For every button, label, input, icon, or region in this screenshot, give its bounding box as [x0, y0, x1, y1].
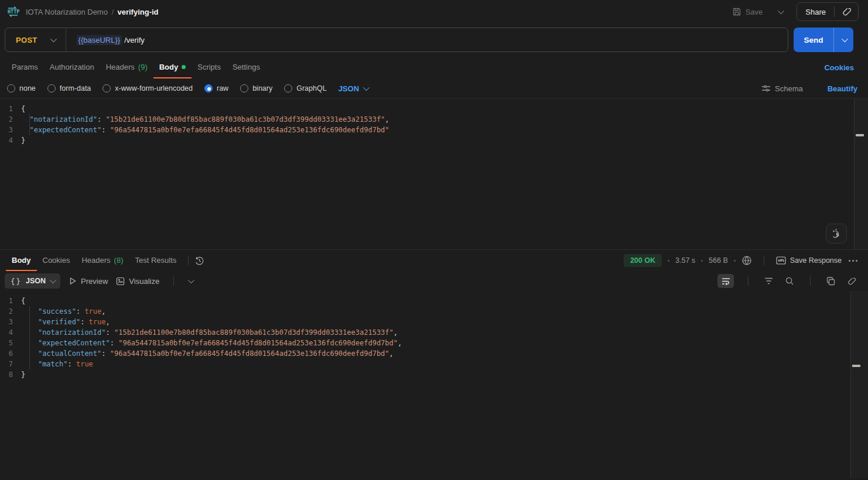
- tabs-spacer: [266, 56, 824, 78]
- radio-graphql[interactable]: GraphQL: [284, 84, 326, 92]
- filter-icon: [764, 277, 773, 284]
- radio-label: form-data: [60, 84, 91, 92]
- code-line: 8}: [0, 369, 868, 380]
- tab-scripts[interactable]: Scripts: [192, 56, 227, 78]
- code-line: 4 "notarizationId": "15b21de61100e7b80df…: [0, 327, 868, 338]
- request-editor-scrollbar[interactable]: [854, 99, 868, 249]
- line-number: 5: [0, 338, 21, 348]
- radio-circle: [204, 84, 213, 92]
- response-format-select[interactable]: {} JSON: [5, 273, 60, 289]
- method-select[interactable]: POST: [5, 36, 66, 44]
- response-size[interactable]: 566 B: [709, 256, 728, 265]
- tab-authorization[interactable]: Authorization: [44, 56, 100, 78]
- scrollbar-thumb[interactable]: [852, 365, 860, 367]
- visualize-button[interactable]: Visualize: [116, 277, 159, 286]
- send-button[interactable]: Send: [794, 28, 833, 52]
- tab-label: Test Results: [135, 256, 177, 265]
- request-url-row: POST {{baseURL}} /verify Send: [0, 23, 868, 56]
- tab-label: Scripts: [197, 63, 221, 71]
- search-button[interactable]: [783, 276, 796, 286]
- tab-body[interactable]: Body: [153, 56, 192, 78]
- tab-params[interactable]: Params: [6, 56, 44, 78]
- meta-divider: [764, 256, 764, 265]
- code-line: 2 "notarizationId": "15b21de61100e7b80df…: [0, 114, 868, 125]
- send-chevron-down-icon: [841, 36, 848, 42]
- save-options-chevron-down-icon[interactable]: [778, 8, 784, 14]
- radio-label: raw: [217, 84, 228, 92]
- response-tab-body[interactable]: Body: [6, 250, 37, 271]
- search-icon: [785, 276, 794, 286]
- filter-button[interactable]: [763, 277, 775, 284]
- scrollbar-thumb[interactable]: [856, 134, 864, 136]
- http-request-icon: HTTP: [6, 5, 20, 19]
- toolbar-divider: [748, 276, 749, 286]
- breadcrumb-request-name[interactable]: verifying-id: [117, 8, 158, 16]
- line-number: 2: [0, 306, 21, 317]
- url-input[interactable]: {{baseURL}} /verify: [66, 35, 145, 45]
- share-button-group: Share: [797, 2, 859, 21]
- meta-dot: [701, 260, 703, 262]
- response-tab-headers[interactable]: Headers(8): [76, 250, 129, 271]
- save-response-button[interactable]: Save Response: [776, 256, 842, 265]
- radio-label: binary: [252, 84, 272, 92]
- body-modified-dot: [182, 65, 186, 69]
- breadcrumb-separator: /: [111, 8, 114, 16]
- cookies-link[interactable]: Cookies: [824, 56, 854, 78]
- beautify-button[interactable]: Beautify: [828, 84, 857, 93]
- link-icon: [847, 277, 856, 286]
- method-label: POST: [16, 36, 37, 44]
- breadcrumb: IOTA Notarization Demo / verifying-id: [26, 6, 159, 17]
- line-number: 1: [0, 296, 21, 306]
- globe-icon: [741, 255, 752, 266]
- line-number: 6: [0, 348, 21, 359]
- response-tab-test-results[interactable]: Test Results: [129, 250, 183, 271]
- radio-circle: [47, 84, 56, 92]
- request-body-code[interactable]: 1{2 "notarizationId": "15b21de61100e7b80…: [0, 99, 868, 146]
- response-history-button[interactable]: [194, 250, 204, 271]
- breadcrumb-collection[interactable]: IOTA Notarization Demo: [26, 8, 108, 16]
- radio-form-data[interactable]: form-data: [47, 84, 91, 92]
- tab-settings[interactable]: Settings: [227, 56, 266, 78]
- network-info-button[interactable]: [741, 255, 752, 266]
- tab-headers[interactable]: Headers(9): [100, 56, 153, 78]
- postbot-icon: [831, 228, 842, 239]
- postbot-button[interactable]: [826, 224, 847, 244]
- response-time[interactable]: 3.57 s: [675, 256, 695, 265]
- radio-binary[interactable]: binary: [240, 84, 272, 92]
- radio-x-www-form-urlencoded[interactable]: x-www-form-urlencoded: [102, 84, 193, 92]
- language-label: JSON: [339, 84, 359, 93]
- response-tab-cookies[interactable]: Cookies: [37, 250, 76, 271]
- response-toolbar: {} JSON Preview Visualize: [0, 271, 868, 291]
- response-meta: 200 OK 3.57 s 566 B Save Response: [624, 250, 859, 271]
- response-editor-scrollbar[interactable]: [850, 291, 868, 478]
- radio-label: x-www-form-urlencoded: [115, 84, 193, 92]
- language-select[interactable]: JSON: [339, 84, 368, 93]
- body-type-options: none form-data x-www-form-urlencoded raw…: [0, 78, 868, 98]
- radio-raw[interactable]: raw: [204, 84, 228, 92]
- save-button[interactable]: Save: [732, 7, 763, 16]
- format-chevron-down-icon: [50, 277, 56, 283]
- headers-count-badge: (9): [138, 63, 148, 71]
- indent-guide: [29, 306, 30, 369]
- save-response-icon: [776, 256, 786, 265]
- copy-link-button[interactable]: [835, 3, 858, 20]
- copy-button[interactable]: [825, 277, 837, 286]
- wrap-text-button[interactable]: [717, 274, 734, 288]
- radio-none[interactable]: none: [7, 84, 36, 92]
- radio-circle: [284, 84, 292, 92]
- copy-link-button[interactable]: [845, 277, 857, 286]
- more-options-button[interactable]: [848, 260, 859, 262]
- response-body-editor[interactable]: 1{2 "success": true,3 "verified": true,4…: [0, 291, 868, 478]
- send-options-button[interactable]: [833, 28, 853, 52]
- share-button[interactable]: Share: [797, 3, 834, 20]
- radio-label: GraphQL: [296, 84, 326, 92]
- request-body-editor[interactable]: 1{2 "notarizationId": "15b21de61100e7b80…: [0, 98, 868, 249]
- tab-label: Cookies: [43, 256, 70, 265]
- code-line: 3 "expectedContent": "96a5447815a0bf0e7e…: [0, 125, 868, 135]
- schema-button[interactable]: Schema: [761, 84, 803, 93]
- code-line: 6 "actualContent": "96a5447815a0bf0e7efa…: [0, 348, 868, 359]
- status-badge[interactable]: 200 OK: [624, 254, 662, 267]
- preview-button[interactable]: Preview: [69, 277, 108, 286]
- response-body-code[interactable]: 1{2 "success": true,3 "verified": true,4…: [0, 291, 868, 380]
- view-options-chevron-down-icon[interactable]: [188, 277, 194, 283]
